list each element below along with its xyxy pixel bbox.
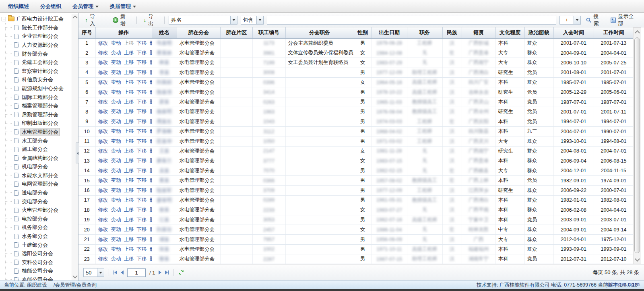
change-link[interactable]: 变动 — [111, 237, 121, 242]
move-up-link[interactable]: 上移 — [124, 227, 134, 232]
change-link[interactable]: 变动 — [111, 188, 121, 193]
tree-item[interactable]: 机务部分会 — [5, 223, 71, 232]
tree-item[interactable]: 变电部分会 — [5, 197, 71, 206]
tree-item[interactable]: 企业管理部分会 — [5, 32, 71, 41]
tree-item[interactable]: 党建工会部分会 — [5, 58, 71, 67]
move-up-link[interactable]: 上移 — [124, 128, 134, 134]
move-up-link[interactable]: 上移 — [124, 70, 134, 75]
scroll-down-icon[interactable] — [73, 275, 76, 278]
column-header-sex[interactable]: 性别 — [354, 27, 372, 38]
tree-item[interactable]: 施工部分会 — [5, 145, 71, 154]
change-link[interactable]: 变动 — [111, 79, 121, 85]
next-page-button[interactable] — [159, 270, 161, 274]
column-header-ethnic[interactable]: 民族 — [442, 27, 462, 38]
move-up-link[interactable]: 上移 — [124, 99, 134, 105]
scrollbar-thumb[interactable] — [634, 37, 640, 253]
import-button[interactable]: ↑ 导入 — [83, 11, 102, 29]
edit-link[interactable]: 修改 — [98, 158, 108, 163]
tree-root-node[interactable]: 广西电力设计院工会 — [2, 14, 71, 23]
chevron-down-icon[interactable] — [256, 16, 263, 24]
move-down-link[interactable]: 下移 — [137, 40, 147, 46]
move-up-link[interactable]: 上移 — [124, 256, 134, 262]
change-link[interactable]: 变动 — [111, 138, 121, 144]
menu-item-分会组织[interactable]: 分会组织 — [35, 0, 67, 12]
move-up-link[interactable]: 上移 — [124, 89, 134, 95]
move-down-link[interactable]: 下移 — [137, 99, 147, 105]
edit-link[interactable]: 修改 — [98, 99, 108, 105]
tree-item[interactable]: 水务部分会 — [5, 232, 71, 241]
column-header-branch[interactable]: 所在分会 — [177, 27, 220, 38]
column-header-op[interactable]: 操作 — [95, 27, 152, 38]
edit-link[interactable]: 修改 — [98, 50, 108, 56]
menu-item-会员管理[interactable]: 会员管理 — [67, 0, 104, 12]
scroll-up-icon[interactable] — [73, 15, 76, 19]
column-header-origin[interactable]: 籍贯 — [462, 27, 495, 38]
page-size-select[interactable]: 50 — [83, 268, 104, 277]
first-page-button[interactable] — [114, 270, 117, 274]
change-link[interactable]: 变动 — [111, 217, 121, 223]
move-down-link[interactable]: 下移 — [137, 168, 147, 173]
column-header-birth[interactable]: 出生日期 — [372, 27, 407, 38]
change-link[interactable]: 变动 — [111, 227, 121, 232]
tree-item[interactable]: 泰能公司分会 — [5, 275, 71, 281]
tree-item[interactable]: 水能水文部分会 — [5, 171, 71, 180]
column-header-politics[interactable]: 政治面貌 — [524, 27, 553, 38]
move-down-link[interactable]: 下移 — [137, 256, 147, 262]
move-up-link[interactable]: 上移 — [124, 109, 134, 114]
move-down-link[interactable]: 下移 — [137, 197, 147, 203]
change-link[interactable]: 变动 — [111, 158, 121, 163]
tree-item[interactable]: 电控部分会 — [5, 215, 71, 223]
edit-link[interactable]: 修改 — [98, 60, 108, 65]
move-up-link[interactable]: 上移 — [124, 237, 134, 242]
move-up-link[interactable]: 上移 — [124, 50, 134, 56]
tree-item[interactable]: 水工部分会 — [5, 136, 71, 145]
column-header-join[interactable]: 入会时间 — [553, 27, 594, 38]
change-link[interactable]: 变动 — [111, 246, 121, 252]
move-down-link[interactable]: 下移 — [137, 207, 147, 213]
move-down-link[interactable]: 下移 — [137, 119, 147, 124]
show-all-button[interactable]: 显示全部 — [609, 11, 640, 29]
search-field-select[interactable]: 姓名 — [169, 16, 237, 25]
change-link[interactable]: 变动 — [111, 89, 121, 95]
tree-item[interactable]: 机电部分会 — [5, 163, 71, 171]
column-header-duty[interactable]: 分会职务 — [285, 27, 354, 38]
edit-link[interactable]: 修改 — [98, 207, 108, 213]
edit-link[interactable]: 修改 — [98, 109, 108, 114]
tree-item[interactable]: 安科公司分会 — [5, 258, 71, 267]
edit-link[interactable]: 修改 — [98, 246, 108, 252]
column-header-name[interactable]: 姓名 — [152, 27, 177, 38]
move-up-link[interactable]: 上移 — [124, 60, 134, 65]
tree-item[interactable]: 能源规划中心分会 — [5, 84, 71, 93]
edit-link[interactable]: 修改 — [98, 148, 108, 154]
move-up-link[interactable]: 上移 — [124, 188, 134, 193]
move-down-link[interactable]: 下移 — [137, 158, 147, 163]
change-link[interactable]: 变动 — [111, 256, 121, 262]
change-link[interactable]: 变动 — [111, 60, 121, 65]
export-button[interactable]: ↓ 导出 — [141, 11, 160, 29]
move-up-link[interactable]: 上移 — [124, 148, 134, 154]
move-down-link[interactable]: 下移 — [137, 50, 147, 56]
menu-item-组织概述[interactable]: 组织概述 — [2, 0, 35, 12]
last-page-button[interactable] — [165, 270, 169, 274]
change-link[interactable]: 变动 — [111, 50, 121, 56]
column-header-edu[interactable]: 文化程度 — [495, 27, 524, 38]
tree-item[interactable]: 监察审计部分会 — [5, 67, 71, 76]
change-link[interactable]: 变动 — [111, 70, 121, 75]
prev-page-button[interactable] — [121, 270, 124, 274]
change-link[interactable]: 变动 — [111, 148, 121, 154]
search-operator-select[interactable]: 包含 — [241, 16, 264, 25]
move-down-link[interactable]: 下移 — [137, 188, 147, 193]
tree-item[interactable]: 档案管理部分会 — [5, 101, 71, 110]
move-down-link[interactable]: 下移 — [137, 79, 147, 85]
change-link[interactable]: 变动 — [111, 99, 121, 105]
tree-item[interactable]: 水电管理部分会 — [5, 128, 71, 136]
search-button[interactable]: 搜索 — [584, 11, 605, 29]
column-header-title[interactable]: 职务 — [407, 27, 442, 38]
move-up-link[interactable]: 上移 — [124, 158, 134, 163]
chevron-down-icon[interactable] — [574, 16, 580, 24]
edit-link[interactable]: 修改 — [98, 128, 108, 134]
refresh-icon[interactable] — [178, 269, 184, 276]
tree-item[interactable]: 国际工程部分会 — [5, 93, 71, 102]
edit-link[interactable]: 修改 — [98, 227, 108, 232]
edit-link[interactable]: 修改 — [98, 256, 108, 262]
